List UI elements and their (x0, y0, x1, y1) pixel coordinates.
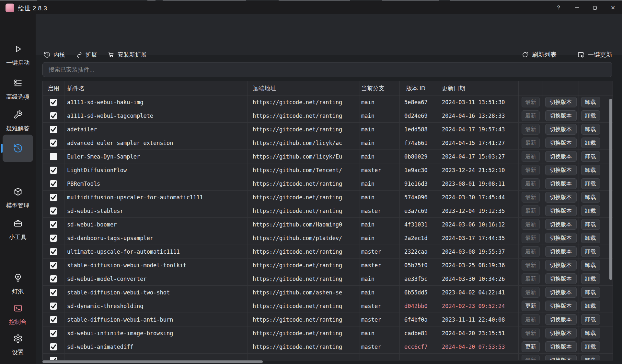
enabled-checkbox[interactable] (50, 357, 57, 360)
switch-version-button[interactable]: 切换版本 (545, 301, 577, 311)
status-button[interactable]: 最新 (522, 110, 540, 121)
update-all-button[interactable]: 一键更新 (577, 50, 612, 59)
uninstall-button[interactable]: 卸载 (581, 246, 600, 257)
horizontal-scrollbar[interactable] (42, 360, 263, 363)
status-button[interactable]: 最新 (522, 124, 540, 135)
switch-version-button[interactable]: 切换版本 (545, 246, 577, 257)
enabled-checkbox[interactable] (50, 221, 57, 228)
status-button[interactable]: 最新 (522, 328, 540, 338)
uninstall-button[interactable]: 卸载 (581, 355, 600, 360)
enabled-checkbox[interactable] (50, 112, 57, 119)
enabled-checkbox[interactable] (50, 139, 57, 147)
enabled-checkbox[interactable] (50, 235, 57, 242)
status-button[interactable]: 最新 (522, 151, 540, 162)
enabled-checkbox[interactable] (50, 343, 57, 350)
switch-version-button[interactable]: 切换版本 (545, 97, 577, 107)
uninstall-button[interactable]: 卸载 (581, 165, 600, 175)
status-button[interactable]: 最新 (522, 260, 540, 270)
switch-version-button[interactable]: 切换版本 (545, 287, 577, 298)
tab-kernel[interactable]: 内核 (44, 47, 65, 62)
status-button[interactable]: 更新 (522, 301, 540, 311)
tab-install-new-extension[interactable]: 安装新扩展 (108, 47, 147, 62)
enabled-checkbox[interactable] (50, 262, 57, 269)
sidebar-item-console[interactable]: 控制台 (0, 303, 36, 326)
status-button[interactable]: 最新 (522, 219, 540, 230)
enabled-checkbox[interactable] (50, 330, 57, 337)
enabled-checkbox[interactable] (50, 194, 57, 201)
sidebar-item-settings[interactable]: 设置 (0, 334, 36, 356)
enabled-checkbox[interactable] (50, 316, 57, 323)
uninstall-button[interactable]: 卸载 (581, 97, 600, 107)
sidebar-item-advanced-options[interactable]: 高级选项 (0, 78, 36, 101)
status-button[interactable]: 最新 (522, 205, 540, 216)
enabled-checkbox[interactable] (50, 180, 57, 187)
status-button[interactable]: 最新 (522, 165, 540, 175)
status-button[interactable]: 最新 (522, 273, 540, 284)
uninstall-button[interactable]: 卸载 (581, 301, 600, 311)
status-button[interactable]: 更新 (522, 341, 540, 352)
uninstall-button[interactable]: 卸载 (581, 205, 600, 216)
switch-version-button[interactable]: 切换版本 (545, 355, 577, 360)
switch-version-button[interactable]: 切换版本 (545, 178, 577, 189)
enabled-checkbox[interactable] (50, 99, 57, 106)
switch-version-button[interactable]: 切换版本 (545, 205, 577, 216)
sidebar-item-small-tools[interactable]: 小工具 (0, 219, 36, 241)
maximize-button[interactable] (586, 1, 604, 14)
sidebar-item-model-management[interactable]: 模型管理 (0, 187, 36, 209)
switch-version-button[interactable]: 切换版本 (545, 341, 577, 352)
switch-version-button[interactable]: 切换版本 (545, 260, 577, 270)
switch-version-button[interactable]: 切换版本 (545, 165, 577, 175)
switch-version-button[interactable]: 切换版本 (545, 273, 577, 284)
uninstall-button[interactable]: 卸载 (581, 151, 600, 162)
status-button[interactable]: 最新 (522, 287, 540, 298)
sidebar-item-lightbulb[interactable]: 灯泡 (0, 273, 36, 295)
help-button[interactable]: ? (549, 1, 568, 14)
uninstall-button[interactable]: 卸载 (581, 260, 600, 270)
tab-extensions[interactable]: 扩展 (76, 47, 97, 62)
status-button[interactable]: 最新 (522, 192, 540, 203)
uninstall-button[interactable]: 卸载 (581, 328, 600, 338)
status-button[interactable]: 最新 (522, 246, 540, 257)
sidebar-item-launch[interactable]: 一键启动 (0, 44, 36, 67)
switch-version-button[interactable]: 切换版本 (545, 219, 577, 230)
minimize-button[interactable] (568, 1, 586, 14)
switch-version-button[interactable]: 切换版本 (545, 314, 577, 325)
status-button[interactable]: 最新 (522, 355, 540, 360)
enabled-checkbox[interactable] (50, 126, 57, 133)
close-button[interactable]: ✕ (604, 1, 622, 14)
uninstall-button[interactable]: 卸载 (581, 138, 600, 148)
switch-version-button[interactable]: 切换版本 (545, 151, 577, 162)
uninstall-button[interactable]: 卸载 (581, 110, 600, 121)
switch-version-button[interactable]: 切换版本 (545, 233, 577, 243)
enabled-checkbox[interactable] (50, 248, 57, 255)
switch-version-button[interactable]: 切换版本 (545, 192, 577, 203)
uninstall-button[interactable]: 卸载 (581, 192, 600, 203)
switch-version-button[interactable]: 切换版本 (545, 138, 577, 148)
uninstall-button[interactable]: 卸载 (581, 178, 600, 189)
switch-version-button[interactable]: 切换版本 (545, 328, 577, 338)
vertical-scrollbar[interactable] (609, 99, 612, 280)
uninstall-button[interactable]: 卸载 (581, 273, 600, 284)
uninstall-button[interactable]: 卸载 (581, 341, 600, 352)
status-button[interactable]: 最新 (522, 138, 540, 148)
uninstall-button[interactable]: 卸载 (581, 219, 600, 230)
uninstall-button[interactable]: 卸载 (581, 233, 600, 243)
sidebar-item-version-management[interactable] (3, 135, 33, 162)
status-button[interactable]: 最新 (522, 233, 540, 243)
sidebar-item-troubleshoot[interactable]: 疑难解答 (0, 110, 36, 132)
enabled-checkbox[interactable] (50, 303, 57, 310)
status-button[interactable]: 最新 (522, 314, 540, 325)
enabled-checkbox[interactable] (50, 275, 57, 282)
enabled-checkbox[interactable] (50, 167, 57, 174)
enabled-checkbox[interactable] (50, 289, 57, 296)
uninstall-button[interactable]: 卸载 (581, 314, 600, 325)
search-input[interactable] (42, 62, 612, 77)
status-button[interactable]: 最新 (522, 178, 540, 189)
status-button[interactable]: 最新 (522, 97, 540, 107)
enabled-checkbox[interactable] (50, 207, 57, 215)
uninstall-button[interactable]: 卸载 (581, 124, 600, 135)
switch-version-button[interactable]: 切换版本 (545, 110, 577, 121)
enabled-checkbox[interactable] (50, 153, 57, 160)
uninstall-button[interactable]: 卸载 (581, 287, 600, 298)
refresh-list-button[interactable]: 刷新列表 (522, 50, 557, 59)
